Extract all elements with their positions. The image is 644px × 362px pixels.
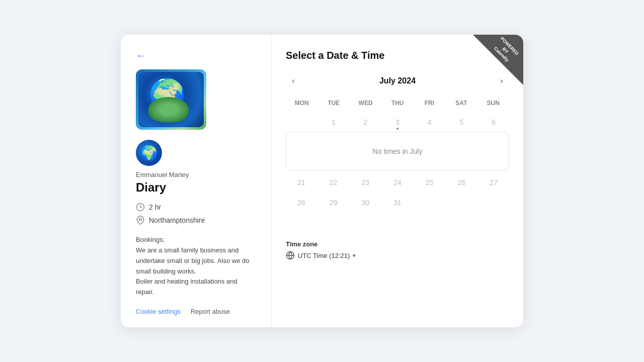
page-wrapper: POWERED BYCalendly ← Emmanuel Martey Dia… (0, 0, 644, 362)
report-abuse-link[interactable]: Report abuse (191, 308, 230, 315)
cal-day-22: 22 (318, 173, 349, 192)
cal-day-30: 30 (350, 193, 381, 212)
location-value: Northamptonshire (149, 216, 205, 224)
cal-empty-3 (446, 193, 477, 212)
calendar-body: 1 2 3 4 5 6 7 8 9 10 11 12 13 14 No t (286, 113, 509, 232)
cal-day-3: 3 (382, 113, 413, 132)
cal-day-4: 4 (414, 113, 445, 132)
cal-day-29: 29 (318, 193, 349, 212)
cal-day-28: 28 (286, 193, 317, 212)
svg-point-1 (139, 218, 142, 221)
chevron-down-icon: ▾ (353, 252, 356, 259)
timezone-section: Time zone UTC Time (12:21) ▾ (286, 240, 509, 260)
cal-empty-1 (286, 113, 317, 132)
day-header-sat: SAT (445, 98, 477, 109)
cal-day-2: 2 (350, 113, 381, 132)
calendar-nav: ‹ July 2024 › (286, 73, 509, 88)
location-icon (136, 216, 145, 225)
cal-day-24: 24 (382, 173, 413, 192)
no-times-overlay: No times in July (286, 132, 509, 171)
location-row: Northamptonshire (136, 216, 256, 225)
cookie-settings-link[interactable]: Cookie settings (136, 308, 181, 315)
timezone-label: Time zone (286, 240, 509, 248)
host-name: Emmanuel Martey (136, 171, 256, 178)
footer-links: Cookie settings Report abuse (136, 298, 256, 315)
cal-day-26: 26 (446, 173, 477, 192)
day-header-sun: SUN (477, 98, 509, 109)
avatar (136, 140, 162, 166)
timezone-value: UTC Time (12:21) (298, 252, 350, 259)
description: Bookings; We are a small family business… (136, 235, 256, 298)
cal-day-6: 6 (478, 113, 509, 132)
day-header-wed: WED (350, 98, 381, 109)
cal-day-23: 23 (350, 173, 381, 192)
next-month-button[interactable]: › (494, 73, 509, 88)
cal-day-31: 31 (382, 193, 413, 212)
cal-empty-2 (414, 193, 445, 212)
duration-row: 2 hr (136, 203, 256, 212)
event-title: Diary (136, 180, 256, 195)
cal-day-5: 5 (446, 113, 477, 132)
day-headers: MON TUE WED THU FRI SAT SUN (286, 98, 509, 109)
month-label: July 2024 (379, 76, 416, 85)
globe-icon (286, 251, 295, 260)
right-panel: Select a Date & Time ‹ July 2024 › MON T… (272, 35, 523, 327)
clock-icon (136, 203, 145, 212)
back-button[interactable]: ← (136, 50, 256, 61)
cal-day-25: 25 (414, 173, 445, 192)
day-header-thu: THU (381, 98, 413, 109)
day-header-mon: MON (286, 98, 317, 109)
timezone-select[interactable]: UTC Time (12:21) ▾ (286, 251, 509, 260)
card: POWERED BYCalendly ← Emmanuel Martey Dia… (121, 35, 523, 327)
calendar-grid: MON TUE WED THU FRI SAT SUN 1 2 3 4 5 6 (286, 98, 509, 232)
day-header-tue: TUE (317, 98, 349, 109)
banner-image (136, 69, 206, 130)
day-header-fri: FRI (414, 98, 445, 109)
cal-day-1: 1 (318, 113, 349, 132)
banner-earth-graphic (138, 72, 204, 127)
cal-empty-4 (478, 193, 509, 212)
cal-day-21: 21 (286, 173, 317, 192)
left-panel: ← Emmanuel Martey Diary 2 hr Northam (121, 35, 272, 327)
prev-month-button[interactable]: ‹ (286, 73, 301, 88)
section-title: Select a Date & Time (286, 50, 509, 61)
cal-day-27: 27 (478, 173, 509, 192)
duration-value: 2 hr (149, 203, 161, 211)
cal-empty-5 (286, 213, 317, 232)
